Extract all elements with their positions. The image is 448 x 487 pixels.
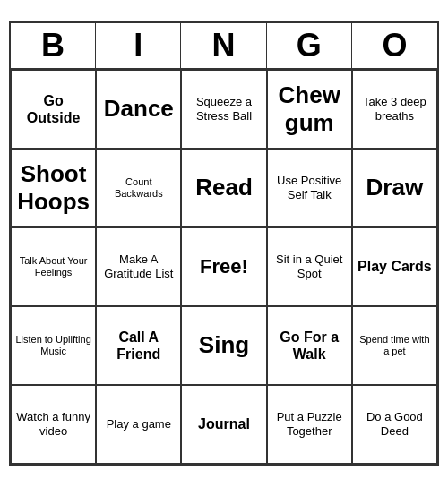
bingo-cell-19: Spend time with a pet [352, 306, 437, 385]
bingo-cell-0: Go Outside [11, 70, 96, 149]
bingo-cell-20: Watch a funny video [11, 385, 96, 464]
bingo-letter-n: N [181, 23, 266, 68]
bingo-cell-24: Do a Good Deed [352, 385, 437, 464]
bingo-cell-10: Talk About Your Feelings [11, 227, 96, 306]
bingo-letter-b: B [11, 23, 96, 68]
bingo-cell-13: Sit in a Quiet Spot [267, 227, 352, 306]
bingo-cell-1: Dance [96, 70, 181, 149]
bingo-letter-o: O [352, 23, 437, 68]
bingo-letter-i: I [96, 23, 181, 68]
bingo-header: BINGO [11, 23, 437, 70]
bingo-cell-3: Chew gum [267, 70, 352, 149]
bingo-cell-12: Free! [181, 227, 266, 306]
bingo-card: BINGO Go OutsideDanceSqueeze a Stress Ba… [9, 21, 439, 466]
bingo-cell-8: Use Positive Self Talk [267, 149, 352, 227]
bingo-cell-22: Journal [181, 385, 266, 464]
bingo-cell-21: Play a game [96, 385, 181, 464]
bingo-cell-14: Play Cards [352, 227, 437, 306]
bingo-cell-5: Shoot Hoops [11, 149, 96, 227]
bingo-cell-17: Sing [181, 306, 266, 385]
bingo-cell-11: Make A Gratitude List [96, 227, 181, 306]
bingo-cell-2: Squeeze a Stress Ball [181, 70, 266, 149]
bingo-cell-9: Draw [352, 149, 437, 227]
bingo-cell-4: Take 3 deep breaths [352, 70, 437, 149]
bingo-cell-7: Read [181, 149, 266, 227]
bingo-cell-16: Call A Friend [96, 306, 181, 385]
bingo-cell-15: Listen to Uplifting Music [11, 306, 96, 385]
bingo-cell-6: Count Backwards [96, 149, 181, 227]
bingo-letter-g: G [267, 23, 352, 68]
bingo-grid: Go OutsideDanceSqueeze a Stress BallChew… [11, 70, 437, 464]
bingo-cell-23: Put a Puzzle Together [267, 385, 352, 464]
bingo-cell-18: Go For a Walk [267, 306, 352, 385]
